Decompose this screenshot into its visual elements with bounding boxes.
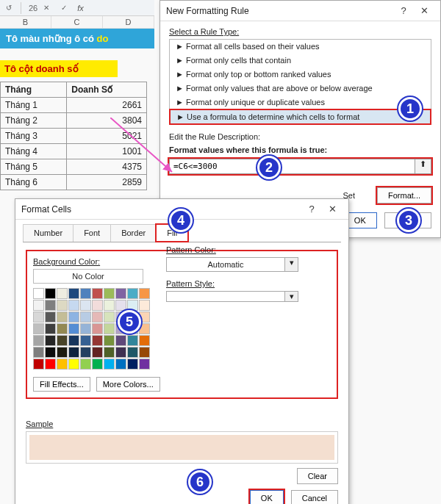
color-swatch[interactable] xyxy=(104,312,115,323)
color-swatch[interactable] xyxy=(139,288,150,299)
color-swatch[interactable] xyxy=(33,347,44,358)
rule-option[interactable]: ► Format only unique or duplicate values xyxy=(170,96,431,109)
rule-option[interactable]: ► Format only values that are above or b… xyxy=(170,82,431,96)
rule-type-list[interactable]: ► Format all cells based on their values… xyxy=(169,39,431,125)
chevron-down-icon[interactable]: ▾ xyxy=(285,291,298,302)
color-swatch[interactable] xyxy=(33,300,44,311)
tab-border[interactable]: Border xyxy=(110,224,157,242)
color-swatch[interactable] xyxy=(45,300,56,311)
name-box[interactable]: 26 xyxy=(29,4,37,12)
color-swatch[interactable] xyxy=(33,312,44,323)
color-swatch[interactable] xyxy=(57,300,68,311)
color-swatch[interactable] xyxy=(80,359,91,370)
color-swatch[interactable] xyxy=(92,335,103,346)
color-swatch[interactable] xyxy=(104,347,115,358)
tab-font[interactable]: Font xyxy=(73,224,111,242)
range-picker-icon[interactable]: ⬆ xyxy=(415,159,431,174)
cell[interactable]: Tháng 2 xyxy=(1,113,67,129)
cell[interactable]: Tháng 1 xyxy=(1,98,67,113)
col-header[interactable]: B xyxy=(0,16,51,29)
fill-effects-button[interactable]: Fill Effects... xyxy=(33,377,90,392)
ok-button[interactable]: OK xyxy=(250,490,284,504)
pattern-style-dropdown[interactable]: ▾ xyxy=(166,291,298,302)
color-swatch[interactable] xyxy=(139,347,150,358)
formula-input[interactable] xyxy=(169,159,415,174)
more-colors-button[interactable]: More Colors... xyxy=(96,377,160,392)
color-swatch[interactable] xyxy=(92,312,103,323)
cancel-icon[interactable]: ✕ xyxy=(40,1,53,15)
color-swatch[interactable] xyxy=(57,288,68,299)
color-swatch[interactable] xyxy=(104,300,115,311)
help-button[interactable]: ? xyxy=(393,5,414,16)
color-swatch[interactable] xyxy=(92,288,103,299)
color-swatch[interactable] xyxy=(115,300,126,311)
color-swatch[interactable] xyxy=(139,300,150,311)
pattern-color-dropdown[interactable]: Automatic ▾ xyxy=(166,257,298,272)
color-swatch[interactable] xyxy=(45,359,56,370)
cell[interactable]: Tháng 3 xyxy=(1,129,67,144)
color-swatch[interactable] xyxy=(45,323,56,334)
color-swatch[interactable] xyxy=(104,335,115,346)
color-swatch[interactable] xyxy=(33,359,44,370)
col-header[interactable]: D xyxy=(103,16,154,29)
cell[interactable]: Tháng 4 xyxy=(1,144,67,159)
color-swatch[interactable] xyxy=(57,347,68,358)
color-swatch[interactable] xyxy=(115,288,126,299)
chevron-down-icon[interactable]: ▾ xyxy=(285,257,298,272)
color-swatch[interactable] xyxy=(127,359,138,370)
color-swatch[interactable] xyxy=(115,347,126,358)
color-swatch[interactable] xyxy=(104,323,115,334)
color-swatch[interactable] xyxy=(115,335,126,346)
color-swatch[interactable] xyxy=(33,335,44,346)
color-swatch[interactable] xyxy=(80,312,91,323)
color-swatch[interactable] xyxy=(57,335,68,346)
color-swatch[interactable] xyxy=(80,335,91,346)
color-swatch[interactable] xyxy=(33,323,44,334)
color-swatch[interactable] xyxy=(92,347,103,358)
color-swatch[interactable] xyxy=(68,300,79,311)
color-swatch[interactable] xyxy=(45,312,56,323)
color-swatch[interactable] xyxy=(127,347,138,358)
cell[interactable]: Tháng 5 xyxy=(1,159,67,175)
cell[interactable]: Tháng 6 xyxy=(1,175,67,190)
color-swatch[interactable] xyxy=(45,288,56,299)
rule-option[interactable]: ► Format only top or bottom ranked value… xyxy=(170,68,431,82)
color-swatch[interactable] xyxy=(57,312,68,323)
color-swatch[interactable] xyxy=(115,359,126,370)
color-swatch[interactable] xyxy=(33,288,44,299)
format-button[interactable]: Format... xyxy=(377,187,431,204)
rule-option[interactable]: ► Format only cells that contain xyxy=(170,54,431,68)
close-icon[interactable]: ✕ xyxy=(322,204,343,215)
color-swatch[interactable] xyxy=(92,300,103,311)
clear-button[interactable]: Clear xyxy=(297,468,338,484)
rule-option[interactable]: ► Format all cells based on their values xyxy=(170,40,431,54)
color-swatch[interactable] xyxy=(57,359,68,370)
color-swatch[interactable] xyxy=(68,288,79,299)
color-swatch[interactable] xyxy=(92,323,103,334)
color-swatch[interactable] xyxy=(80,323,91,334)
undo-icon[interactable]: ↺ xyxy=(2,1,15,15)
color-swatch[interactable] xyxy=(45,335,56,346)
no-color-button[interactable]: No Color xyxy=(33,269,143,284)
color-swatch[interactable] xyxy=(68,359,79,370)
color-swatch[interactable] xyxy=(68,347,79,358)
col-header[interactable]: C xyxy=(51,16,103,29)
cancel-button[interactable]: Cancel xyxy=(291,490,338,504)
color-swatch[interactable] xyxy=(127,300,138,311)
color-swatch[interactable] xyxy=(68,312,79,323)
cell[interactable]: 2661 xyxy=(67,98,147,113)
color-swatch[interactable] xyxy=(139,335,150,346)
close-icon[interactable]: ✕ xyxy=(414,5,434,16)
color-swatch[interactable] xyxy=(139,359,150,370)
color-swatch[interactable] xyxy=(80,347,91,358)
color-swatch[interactable] xyxy=(92,359,103,370)
color-swatch[interactable] xyxy=(45,347,56,358)
enter-icon[interactable]: ✓ xyxy=(57,1,71,15)
color-swatch[interactable] xyxy=(80,300,91,311)
color-swatch[interactable] xyxy=(127,288,138,299)
fx-icon[interactable]: fx xyxy=(77,4,84,12)
color-swatch[interactable] xyxy=(80,288,91,299)
color-swatch[interactable] xyxy=(68,323,79,334)
rule-option-selected[interactable]: ► Use a formula to determine which cells… xyxy=(169,109,431,125)
color-swatch[interactable] xyxy=(104,359,115,370)
